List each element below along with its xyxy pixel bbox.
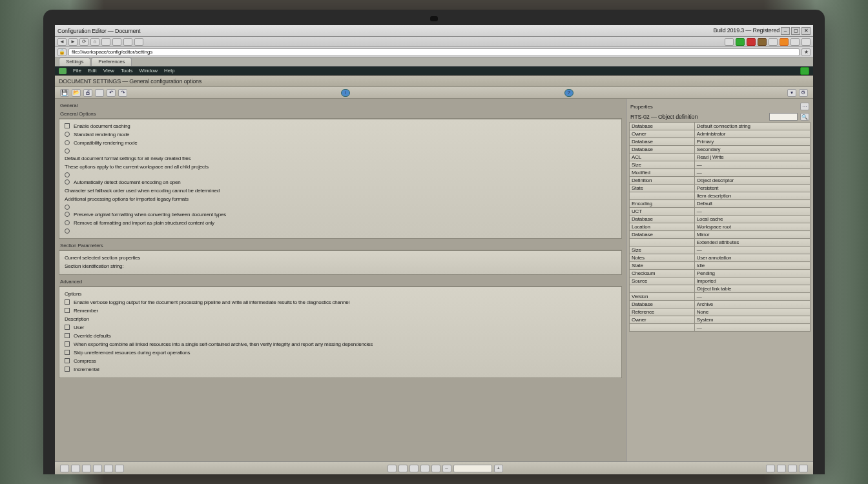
checkbox-icon[interactable] [65,341,70,347]
option-row[interactable]: Compress [65,357,616,365]
status-icon[interactable] [60,465,69,472]
property-row[interactable]: Version— [630,293,811,301]
checkbox-icon[interactable] [65,308,70,313]
property-row[interactable]: NotesUser annotation [630,254,811,262]
toolbar-button[interactable] [112,38,121,46]
property-row[interactable]: DefinitionObject descriptor [630,177,811,185]
property-row[interactable]: Size— [630,161,811,169]
property-value[interactable]: Default connection string [694,123,810,130]
property-value[interactable]: Item description [694,192,810,200]
view-mode-icon[interactable] [398,465,408,472]
toolbar-button[interactable] [134,38,143,46]
property-row[interactable]: Item description [630,192,811,200]
property-value[interactable]: System [694,316,810,324]
property-row[interactable]: DatabaseArchive [630,301,811,308]
status-icon[interactable] [93,465,102,472]
ext-icon[interactable] [769,38,778,46]
print-icon[interactable]: 🖨 [83,89,92,97]
property-value[interactable]: None [694,308,810,316]
property-value[interactable]: Imported [694,277,810,285]
property-value[interactable]: Object link table [694,285,810,293]
property-row[interactable]: StatePersistent [630,185,811,192]
radio-icon[interactable] [65,148,70,154]
help-icon[interactable]: ? [564,89,574,97]
option-row[interactable]: Skip unreferenced resources during expor… [65,348,616,357]
property-value[interactable]: Mirror [694,231,810,239]
menu-item[interactable]: View [103,68,114,74]
redo-icon[interactable]: ↷ [118,89,127,97]
property-value[interactable]: — [694,208,810,216]
menu-item[interactable]: Edit [88,68,97,74]
status-icon[interactable] [71,465,80,472]
property-value[interactable]: Default [694,200,810,208]
property-row[interactable]: DatabasePrimary [630,138,811,146]
property-row[interactable]: DatabaseDefault connection string [630,123,811,130]
forward-button[interactable]: ► [68,38,78,46]
property-row[interactable]: ACLRead | Write [630,154,811,161]
checkbox-icon[interactable] [65,350,70,355]
bookmark-button[interactable]: ★ [801,48,811,56]
maximize-button[interactable]: ◻ [791,27,800,35]
radio-icon[interactable] [65,205,70,210]
back-button[interactable]: ◄ [57,38,67,46]
option-row[interactable]: Remember [65,307,616,315]
home-button[interactable]: ⌂ [90,38,99,46]
undo-icon[interactable]: ↶ [107,89,116,97]
property-row[interactable]: StateIdle [630,262,811,270]
option-row[interactable]: When exporting combine all linked resour… [65,340,616,348]
property-value[interactable]: Local cache [694,216,810,223]
option-row[interactable]: Incremental [65,365,616,374]
property-value[interactable]: — [694,169,810,177]
ext-icon[interactable] [725,38,734,46]
status-icon[interactable] [104,465,113,472]
property-value[interactable]: Pending [694,270,810,277]
option-row[interactable]: Preserve original formatting when conver… [65,210,616,219]
minimize-button[interactable]: – [781,27,790,35]
option-row[interactable] [65,203,616,210]
property-row[interactable]: Modified— [630,169,811,177]
view-mode-icon[interactable] [431,465,440,472]
option-row[interactable]: Standard rendering mode [65,130,616,139]
menu-item[interactable]: Window [140,68,158,74]
panel-menu-icon[interactable]: ⋯ [800,103,809,110]
property-value[interactable]: — [694,161,810,169]
radio-icon[interactable] [65,220,70,225]
property-row[interactable]: — [630,324,811,332]
property-value[interactable]: Workspace root [694,223,810,231]
search-icon[interactable]: 🔍 [800,113,809,121]
property-value[interactable]: Archive [694,301,810,308]
option-row[interactable]: Enable document caching [65,122,616,130]
checkbox-icon[interactable] [65,123,70,128]
open-icon[interactable]: 📂 [72,89,81,97]
option-row[interactable]: Override defaults [65,332,616,340]
ext-icon[interactable] [736,38,745,46]
checkbox-icon[interactable] [65,299,70,305]
properties-filter-field[interactable] [769,113,798,121]
view-mode-icon[interactable] [388,465,397,472]
ext-icon[interactable] [780,38,789,46]
property-row[interactable]: OwnerAdministrator [630,130,811,138]
ext-icon[interactable] [747,38,756,46]
option-row[interactable]: Remove all formatting and import as plai… [65,219,616,227]
property-row[interactable]: OwnerSystem [630,316,811,324]
property-row[interactable]: DatabaseSecondary [630,146,811,154]
save-icon[interactable]: 💾 [60,89,69,97]
property-value[interactable]: Object descriptor [694,177,810,185]
property-row[interactable]: DatabaseLocal cache [630,216,811,223]
property-value[interactable]: Read | Write [694,154,810,161]
toolbar-button[interactable] [123,38,132,46]
address-field[interactable]: file:///workspace/config/editor/settings [68,48,800,56]
property-row[interactable]: Object link table [630,285,811,293]
radio-icon[interactable] [65,172,70,177]
info-icon[interactable]: i [341,89,350,97]
property-row[interactable]: UCT— [630,208,811,216]
property-row[interactable]: LocationWorkspace root [630,223,811,231]
property-value[interactable]: Administrator [694,130,810,138]
ext-icon[interactable] [790,38,800,46]
checkbox-icon[interactable] [65,325,70,330]
menu-item[interactable]: Help [164,68,174,74]
property-row[interactable]: Extended attributes [630,239,811,247]
option-row[interactable]: Enable verbose logging output for the do… [65,298,616,307]
ext-icon[interactable] [758,38,767,46]
option-row[interactable]: Compatibility rendering mode [65,139,616,147]
